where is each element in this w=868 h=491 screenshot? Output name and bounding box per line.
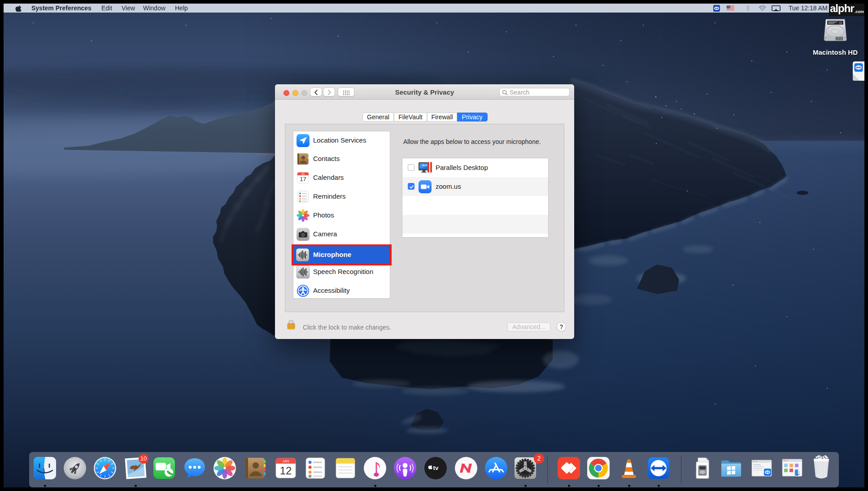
svg-text:JAN: JAN — [282, 459, 289, 463]
svg-text:17: 17 — [300, 176, 306, 182]
svg-text:JUL: JUL — [301, 173, 305, 175]
svg-text:12: 12 — [280, 465, 292, 477]
svg-text:tv: tv — [433, 465, 439, 471]
